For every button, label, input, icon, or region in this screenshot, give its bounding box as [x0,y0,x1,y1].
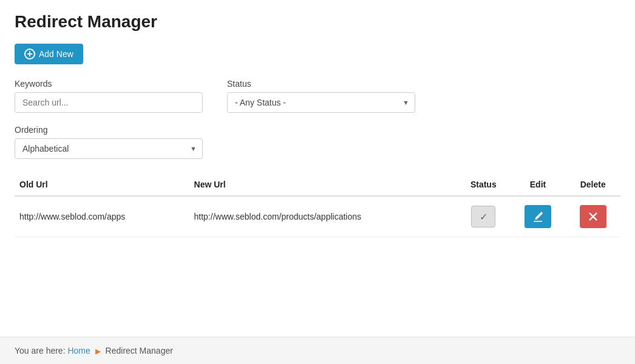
table-row: http://www.seblod.com/apps http://www.se… [15,196,620,237]
plus-icon: + [24,49,35,59]
redirects-table: Old Url New Url Status Edit Delete http:… [15,174,620,237]
breadcrumb-home-link[interactable]: Home [67,346,90,356]
edit-icon [532,211,544,223]
status-select[interactable]: - Any Status - Enabled Disabled [227,92,415,113]
delete-cell [565,196,620,237]
status-filter-group: Status - Any Status - Enabled Disabled [227,79,415,113]
breadcrumb-bar: You are here: Home ▶ Redirect Manager [0,337,635,364]
keywords-filter-group: Keywords [15,79,203,113]
col-header-delete: Delete [565,174,620,196]
checkmark-icon: ✓ [480,211,487,223]
breadcrumb-prefix: You are here: [15,346,66,356]
ordering-label: Ordering [15,125,620,135]
col-header-new-url: New Url [189,174,457,196]
ordering-select-wrapper: Alphabetical Most Recent Oldest [15,138,203,159]
breadcrumb-current: Redirect Manager [106,346,173,356]
page-title: Redirect Manager [15,12,620,32]
ordering-row: Ordering Alphabetical Most Recent Oldest [15,125,620,159]
edit-cell [511,196,566,237]
breadcrumb-separator: ▶ [95,347,101,356]
table-header-row: Old Url New Url Status Edit Delete [15,174,620,196]
filters-row: Keywords Status - Any Status - Enabled D… [15,79,620,113]
status-cell: ✓ [457,196,511,237]
ordering-select[interactable]: Alphabetical Most Recent Oldest [15,138,203,159]
old-url-cell: http://www.seblod.com/apps [15,196,189,237]
status-toggle-button[interactable]: ✓ [471,206,495,228]
add-new-button[interactable]: + Add New [15,44,83,64]
status-select-wrapper: - Any Status - Enabled Disabled [227,92,415,113]
edit-button[interactable] [525,205,551,228]
keywords-input[interactable] [15,92,203,113]
keywords-label: Keywords [15,79,203,89]
col-header-edit: Edit [511,174,566,196]
delete-button[interactable] [580,205,606,228]
status-label: Status [227,79,415,89]
col-header-status: Status [457,174,511,196]
col-header-old-url: Old Url [15,174,189,196]
new-url-cell: http://www.seblod.com/products/applicati… [189,196,457,237]
x-icon [588,211,599,222]
